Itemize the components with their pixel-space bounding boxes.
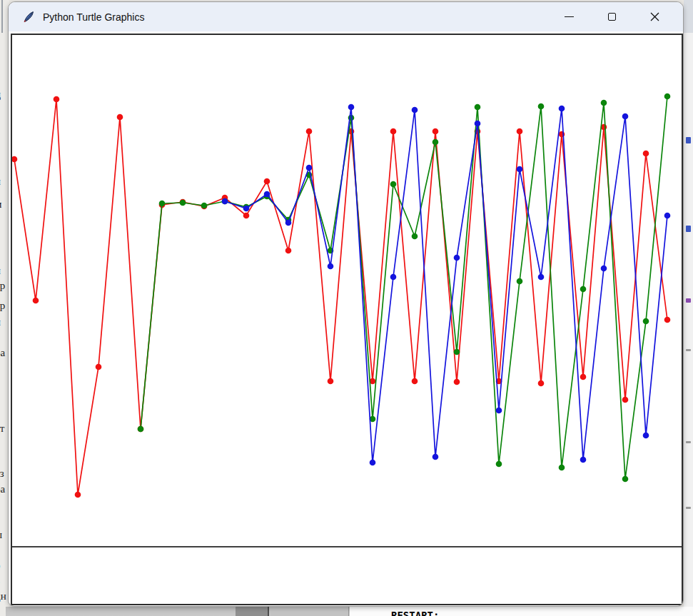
data-point-blue (243, 206, 250, 212)
right-edge-strip (684, 0, 693, 616)
data-point-blue (433, 454, 439, 460)
data-point-blue (264, 191, 270, 198)
data-point-green (454, 349, 460, 355)
data-point-red (580, 374, 587, 380)
taskbar-segment (236, 607, 269, 616)
close-button[interactable] (633, 2, 676, 31)
chart-svg (12, 35, 682, 604)
data-point-blue (412, 107, 418, 113)
tk-feather-icon (22, 11, 35, 24)
data-point-red (75, 492, 81, 498)
data-point-green (601, 100, 607, 106)
data-point-red (285, 248, 292, 254)
right-edge-mark (686, 137, 691, 143)
data-point-red (454, 379, 460, 385)
data-point-green (517, 278, 523, 285)
data-point-green (201, 203, 208, 209)
data-point-green (622, 476, 629, 483)
close-icon (650, 12, 659, 21)
data-point-blue (643, 433, 649, 439)
data-point-green (559, 465, 565, 471)
data-point-blue (285, 220, 292, 226)
bottom-background-strip: RESTART: (6, 607, 693, 616)
minimize-icon (565, 16, 574, 17)
series-line-red (14, 99, 667, 495)
data-point-blue (306, 165, 313, 171)
titlebar[interactable]: Python Turtle Graphics (9, 2, 683, 31)
data-point-red (517, 128, 523, 135)
data-point-blue (328, 263, 334, 270)
data-point-red (390, 128, 397, 135)
data-point-red (54, 96, 60, 103)
data-point-red (538, 380, 545, 387)
data-point-blue (496, 408, 502, 414)
series-line-green (141, 96, 667, 479)
data-point-red (33, 298, 39, 304)
data-point-green (180, 200, 186, 206)
data-point-red (12, 156, 17, 163)
data-point-blue (454, 255, 460, 261)
data-point-red (412, 378, 418, 385)
data-point-green (643, 318, 649, 325)
data-point-green (138, 426, 144, 433)
data-point-red (622, 397, 629, 403)
right-edge-mark (686, 441, 691, 443)
window-controls (547, 2, 676, 31)
data-point-blue (348, 104, 355, 111)
data-point-green (412, 233, 418, 240)
data-point-blue (538, 274, 545, 281)
data-point-blue (601, 266, 607, 272)
data-point-red (243, 213, 250, 219)
data-point-blue (664, 213, 671, 219)
right-edge-mark (686, 226, 691, 232)
data-point-green (496, 461, 502, 468)
data-point-blue (222, 198, 228, 205)
turtle-graphics-window: Python Turtle Graphics (8, 1, 684, 607)
data-point-blue (370, 460, 376, 466)
right-edge-mark (686, 298, 691, 303)
right-edge-mark (686, 349, 691, 351)
data-point-green (580, 286, 587, 293)
data-point-red (328, 378, 334, 385)
shell-restart-text: RESTART: (391, 610, 439, 616)
data-point-blue (390, 274, 397, 281)
data-point-blue (580, 457, 587, 463)
data-point-green (475, 104, 481, 111)
data-point-blue (622, 113, 629, 120)
data-point-green (159, 201, 166, 207)
minimize-button[interactable] (547, 2, 590, 31)
data-point-green (664, 94, 671, 100)
data-point-green (538, 103, 545, 110)
data-point-green (390, 181, 397, 188)
window-title: Python Turtle Graphics (43, 11, 144, 23)
turtle-canvas[interactable] (11, 34, 683, 605)
maximize-icon (608, 13, 616, 21)
data-point-red (96, 364, 102, 370)
maximize-button[interactable] (590, 2, 633, 31)
data-point-red (643, 151, 649, 157)
data-point-blue (559, 106, 565, 112)
data-point-blue (517, 166, 523, 173)
data-point-red (306, 128, 313, 135)
left-edge-divider (1, 0, 3, 33)
idle-shell-sliver: RESTART: (350, 607, 693, 616)
data-point-red (664, 317, 671, 323)
right-edge-top (684, 0, 693, 33)
data-point-blue (475, 121, 481, 127)
right-edge-mark (686, 507, 691, 509)
data-point-red (117, 114, 123, 121)
data-point-red (264, 178, 270, 185)
data-point-green (433, 139, 439, 146)
data-point-red (433, 128, 439, 135)
window-edge-segment (270, 607, 349, 616)
